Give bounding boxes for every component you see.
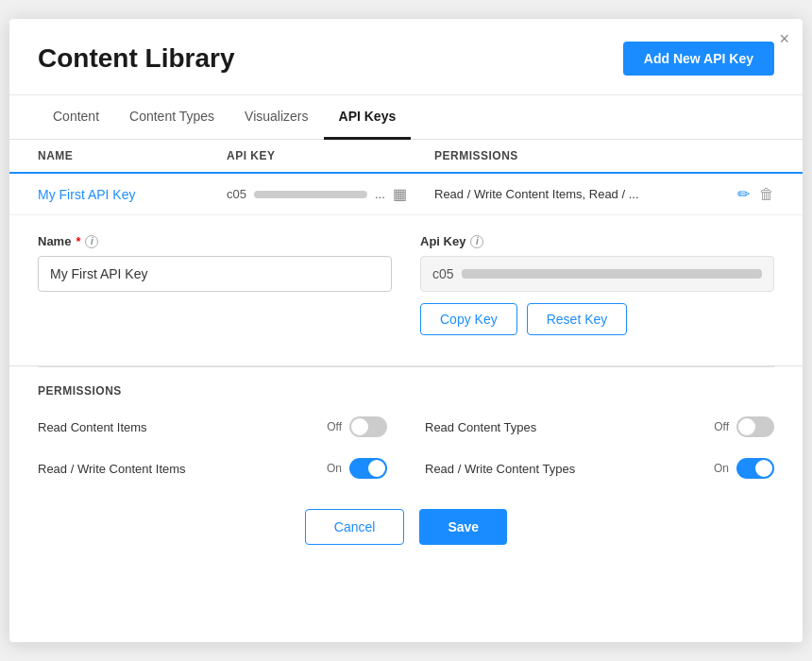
add-api-key-button[interactable]: Add New API Key xyxy=(623,42,774,76)
permission-label: Read / Write Content Types xyxy=(425,462,575,476)
page-title: Content Library xyxy=(38,43,234,74)
permissions-section: PERMISSIONS Read Content Items Off Read … xyxy=(9,367,803,494)
permission-label: Read Content Types xyxy=(425,420,536,434)
expanded-form: Name* i Api Key i c05 Copy Key Reset Key xyxy=(9,215,803,366)
tab-api-keys[interactable]: API Keys xyxy=(324,95,412,140)
api-key-cell: c05 ... ▦ xyxy=(227,185,434,203)
api-key-full-masked xyxy=(462,269,762,279)
cancel-button[interactable]: Cancel xyxy=(305,509,405,545)
col-api-key: API KEY xyxy=(227,149,434,162)
permission-label: Read Content Items xyxy=(38,420,147,434)
api-key-masked xyxy=(254,191,367,198)
tab-visualizers[interactable]: Visualizers xyxy=(229,95,323,140)
toggle-read-write-content-types[interactable] xyxy=(736,458,774,479)
permissions-grid: Read Content Items Off Read Content Type… xyxy=(38,411,774,484)
tab-content-types[interactable]: Content Types xyxy=(114,95,229,140)
delete-icon[interactable]: 🗑 xyxy=(759,186,774,203)
name-input[interactable] xyxy=(38,256,392,292)
row-actions: ✏ 🗑 xyxy=(737,185,774,203)
table-row: My First API Key c05 ... ▦ Read / Write … xyxy=(9,174,803,215)
api-key-display: c05 xyxy=(420,256,774,292)
reset-key-button[interactable]: Reset Key xyxy=(527,303,628,335)
copy-key-button[interactable]: Copy Key xyxy=(420,303,517,335)
permission-read-content-items: Read Content Items Off xyxy=(38,411,387,443)
close-button[interactable]: × xyxy=(779,30,789,47)
tab-content[interactable]: Content xyxy=(38,95,114,140)
toggle-read-content-items[interactable] xyxy=(349,416,387,437)
permission-read-write-content-items: Read / Write Content Items On xyxy=(38,452,387,484)
edit-icon[interactable]: ✏ xyxy=(737,185,750,203)
toggle-read-write-content-items[interactable] xyxy=(349,458,387,479)
copy-icon[interactable]: ▦ xyxy=(393,185,407,203)
permission-read-write-content-types: Read / Write Content Types On xyxy=(425,452,774,484)
api-key-field-group: Api Key i c05 Copy Key Reset Key xyxy=(420,234,774,335)
api-key-info-icon: i xyxy=(470,235,483,248)
permissions-summary: Read / Write Content Items, Read / ... xyxy=(434,187,737,201)
modal: × Content Library Add New API Key Conten… xyxy=(9,19,803,642)
permissions-title: PERMISSIONS xyxy=(38,384,774,398)
name-field-group: Name* i xyxy=(38,234,392,335)
permission-label: Read / Write Content Items xyxy=(38,462,186,476)
name-label: Name* i xyxy=(38,234,392,248)
col-name: NAME xyxy=(38,149,227,162)
api-key-name[interactable]: My First API Key xyxy=(38,187,227,202)
form-actions: Cancel Save xyxy=(9,494,803,568)
permission-read-content-types: Read Content Types Off xyxy=(425,411,774,443)
key-actions: Copy Key Reset Key xyxy=(420,303,774,335)
toggle-read-content-types[interactable] xyxy=(736,416,774,437)
form-row-main: Name* i Api Key i c05 Copy Key Reset Key xyxy=(38,234,774,335)
name-info-icon: i xyxy=(85,235,98,248)
save-button[interactable]: Save xyxy=(419,509,507,545)
api-key-label: Api Key i xyxy=(420,234,774,248)
col-permissions: PERMISSIONS xyxy=(434,149,774,162)
modal-header: Content Library Add New API Key xyxy=(9,19,803,95)
table-header: NAME API KEY PERMISSIONS xyxy=(9,140,803,174)
tab-bar: Content Content Types Visualizers API Ke… xyxy=(9,95,803,140)
